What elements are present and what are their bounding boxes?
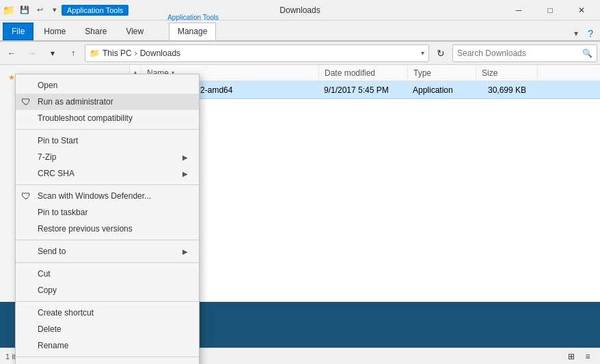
- ctx-divider-6: [16, 356, 199, 357]
- file-size: 30,699 KB: [488, 85, 526, 95]
- address-path-box[interactable]: 📁 This PC › Downloads ▾: [85, 44, 429, 62]
- ctx-create-shortcut-label: Create shortcut: [38, 308, 94, 318]
- file-date: 9/1/2017 5:45 PM: [324, 85, 389, 95]
- refresh-button[interactable]: ↻: [432, 44, 450, 62]
- header-size-label: Size: [482, 68, 497, 78]
- view-buttons: ⊞ ≡: [564, 350, 595, 363]
- ctx-copy[interactable]: Copy: [16, 282, 199, 298]
- ctx-run-admin-label: Run as administrator: [38, 97, 113, 107]
- app-tools-label: Application Tools: [62, 5, 128, 16]
- ctx-pin-taskbar[interactable]: Pin to taskbar: [16, 204, 199, 221]
- breadcrumb-sep1: ›: [135, 48, 137, 58]
- ctx-divider-4: [16, 262, 199, 263]
- tab-file[interactable]: File: [3, 23, 33, 40]
- search-icon: 🔍: [582, 48, 592, 58]
- qat-dropdown-button[interactable]: ▾: [48, 3, 62, 17]
- ctx-crc-sha[interactable]: CRC SHA ▶: [16, 165, 199, 182]
- forward-button[interactable]: →: [23, 44, 41, 62]
- ctx-cut[interactable]: Cut: [16, 266, 199, 282]
- header-date-label: Date modified: [325, 68, 375, 78]
- close-button[interactable]: ✕: [566, 0, 597, 20]
- header-size[interactable]: Size: [476, 65, 538, 81]
- title-bar: 📁 💾 ↩ ▾ Application Tools Downloads ─ □ …: [0, 0, 600, 20]
- path-folder-icon: 📁: [90, 48, 100, 58]
- qat-save-button[interactable]: 💾: [18, 3, 31, 17]
- ctx-crc-sha-label: CRC SHA: [38, 169, 74, 178]
- ctx-properties[interactable]: Properties: [16, 360, 199, 364]
- tab-home[interactable]: Home: [35, 23, 74, 40]
- defender-icon: 🛡: [21, 191, 31, 201]
- recent-locations-button[interactable]: ▾: [44, 44, 62, 62]
- ctx-divider-3: [16, 240, 199, 240]
- ctx-troubleshoot[interactable]: Troubleshoot compatibility: [16, 110, 199, 126]
- up-button[interactable]: ↑: [64, 44, 82, 62]
- file-type: Application: [413, 85, 453, 95]
- header-type[interactable]: Type: [408, 65, 476, 81]
- ribbon-tab-bar: File Home Share View Application Tools M…: [0, 20, 600, 41]
- back-button[interactable]: ←: [3, 44, 21, 62]
- file-date-cell: 9/1/2017 5:45 PM: [318, 81, 407, 98]
- context-menu: Open 🛡 Run as administrator Troubleshoot…: [15, 74, 200, 364]
- file-list: ▲ Name ▾ Date modified Type Size ⚙ pytho…: [130, 65, 600, 302]
- ctx-open[interactable]: Open: [16, 77, 199, 94]
- ctx-create-shortcut[interactable]: Create shortcut: [16, 305, 199, 321]
- ctx-7zip-label: 7-Zip: [38, 152, 56, 162]
- folder-icon: 📁: [3, 5, 14, 16]
- quick-access-toolbar: 💾 ↩ ▾: [18, 3, 62, 17]
- ctx-rename-label: Rename: [38, 341, 68, 350]
- minimize-button[interactable]: ─: [503, 0, 534, 20]
- search-box[interactable]: 🔍: [452, 44, 597, 62]
- header-date-modified[interactable]: Date modified: [319, 65, 408, 81]
- shield-icon: 🛡: [21, 96, 31, 107]
- view-grid-button[interactable]: ⊞: [564, 350, 578, 363]
- star-icon: ★: [8, 73, 15, 82]
- file-type-cell: Application: [407, 81, 476, 98]
- maximize-button[interactable]: □: [534, 0, 566, 20]
- search-input[interactable]: [457, 48, 582, 58]
- ctx-troubleshoot-label: Troubleshoot compatibility: [38, 113, 133, 123]
- ctx-rename[interactable]: Rename: [16, 337, 199, 354]
- tab-view[interactable]: View: [117, 23, 152, 40]
- ribbon-collapse-button[interactable]: ▾: [570, 27, 582, 40]
- ctx-divider-2: [16, 184, 199, 185]
- file-list-header: ▲ Name ▾ Date modified Type Size: [130, 65, 600, 81]
- file-size-cell: 30,699 KB: [476, 81, 537, 98]
- ctx-delete-label: Delete: [38, 324, 62, 334]
- ctx-divider-1: [16, 129, 199, 130]
- ctx-7zip-arrow: ▶: [182, 154, 188, 161]
- tab-manage[interactable]: Manage: [169, 23, 216, 40]
- ctx-open-label: Open: [38, 81, 57, 90]
- ribbon: File Home Share View Application Tools M…: [0, 20, 600, 42]
- ctx-send-to-arrow: ▶: [182, 248, 188, 255]
- window-controls: ─ □ ✕: [503, 0, 597, 20]
- table-row[interactable]: ⚙ python-3.6.2-amd64 9/1/2017 5:45 PM Ap…: [130, 81, 600, 99]
- ctx-divider-5: [16, 301, 199, 302]
- view-list-button[interactable]: ≡: [581, 350, 595, 363]
- breadcrumb-thispc[interactable]: This PC: [103, 48, 132, 58]
- ctx-pin-taskbar-label: Pin to taskbar: [38, 208, 87, 217]
- ctx-pin-start-label: Pin to Start: [38, 136, 78, 145]
- ctx-pin-start[interactable]: Pin to Start: [16, 132, 199, 149]
- app-tools-group-label: Application Tools: [167, 14, 219, 21]
- ctx-restore-label: Restore previous versions: [38, 224, 133, 234]
- breadcrumb-downloads[interactable]: Downloads: [140, 48, 180, 58]
- ctx-copy-label: Copy: [38, 285, 57, 295]
- ctx-send-to[interactable]: Send to ▶: [16, 243, 199, 260]
- ctx-delete[interactable]: Delete: [16, 321, 199, 337]
- ctx-crc-arrow: ▶: [182, 170, 188, 178]
- ctx-scan-defender[interactable]: 🛡 Scan with Windows Defender...: [16, 188, 199, 204]
- breadcrumb: This PC › Downloads: [103, 48, 180, 58]
- ctx-scan-label: Scan with Windows Defender...: [38, 191, 151, 201]
- address-bar: ← → ▾ ↑ 📁 This PC › Downloads ▾ ↻ 🔍: [0, 42, 600, 65]
- ctx-send-to-label: Send to: [38, 247, 66, 256]
- help-button[interactable]: ?: [584, 27, 597, 40]
- ctx-7zip[interactable]: 7-Zip ▶: [16, 149, 199, 165]
- ctx-restore-versions[interactable]: Restore previous versions: [16, 221, 199, 237]
- tab-share[interactable]: Share: [76, 23, 115, 40]
- title-bar-icons: 📁: [3, 5, 14, 16]
- header-type-label: Type: [413, 68, 431, 78]
- ctx-run-as-admin[interactable]: 🛡 Run as administrator: [16, 94, 199, 110]
- window-title: Downloads: [279, 5, 320, 15]
- ctx-cut-label: Cut: [38, 269, 51, 279]
- qat-undo-button[interactable]: ↩: [33, 3, 46, 17]
